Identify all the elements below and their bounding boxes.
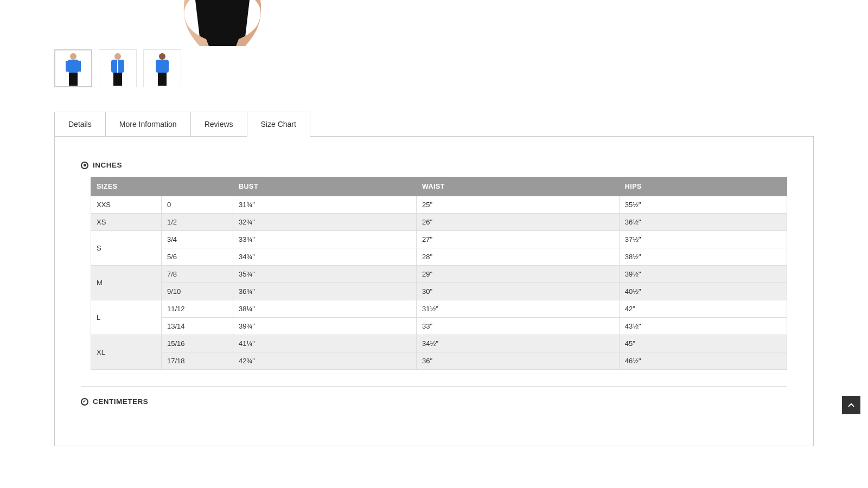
cell-bust: 38¼" [233, 300, 417, 318]
table-row: 17/1842¾"36"46½" [91, 352, 787, 370]
table-row: 13/1439¾"33"43½" [91, 318, 787, 335]
cell-waist: 34½" [416, 335, 619, 352]
back-to-top-button[interactable] [842, 396, 860, 414]
tab-more-information[interactable]: More Information [105, 112, 191, 137]
section-divider [81, 386, 787, 387]
cell-waist: 33" [416, 318, 619, 335]
size-label-cell: XXS [91, 196, 162, 214]
cell-waist: 28" [416, 248, 619, 266]
product-tabs: Details More Information Reviews Size Ch… [54, 112, 814, 137]
cell-waist: 25" [416, 196, 619, 214]
cell-bust: 31¾" [233, 196, 417, 214]
svg-rect-1 [68, 60, 79, 73]
cell-bust: 34¾" [233, 248, 417, 266]
cell-hips: 43½" [619, 318, 787, 335]
cell-bust: 35¾" [233, 266, 417, 283]
size-label-cell: XS [91, 214, 162, 231]
cell-num: 7/8 [162, 266, 233, 283]
col-bust: BUST [233, 177, 417, 196]
cell-waist: 26" [416, 214, 619, 231]
cell-hips: 36½" [619, 214, 787, 231]
cell-bust: 32¾" [233, 214, 417, 231]
svg-rect-2 [66, 61, 69, 72]
product-thumbnails [54, 49, 814, 87]
cell-hips: 35½" [619, 196, 787, 214]
cell-bust: 41¼" [233, 335, 417, 352]
table-header-row: SIZES BUST WAIST HIPS [91, 177, 787, 196]
cell-waist: 27" [416, 231, 619, 248]
size-label-cell: M [91, 266, 162, 300]
cell-hips: 38½" [619, 248, 787, 266]
size-label-cell: S [91, 231, 162, 266]
table-row: M7/835¾"29"39½" [91, 266, 787, 283]
cell-hips: 40½" [619, 283, 787, 300]
cell-hips: 45" [619, 335, 787, 352]
centimeters-section-toggle[interactable]: CENTIMETERS [81, 397, 787, 406]
tab-size-chart[interactable]: Size Chart [247, 112, 310, 137]
inches-label: INCHES [93, 161, 122, 169]
cell-num: 3/4 [162, 231, 233, 248]
col-waist: WAIST [416, 177, 619, 196]
cell-bust: 36¾" [233, 283, 417, 300]
collapse-icon [81, 162, 88, 169]
tab-reviews[interactable]: Reviews [190, 112, 247, 137]
cell-num: 13/14 [162, 318, 233, 335]
table-row: 5/634¾"28"38½" [91, 248, 787, 266]
table-row: XL15/1641¼"34½"45" [91, 335, 787, 352]
product-main-image [157, 0, 288, 46]
svg-point-9 [159, 53, 165, 60]
expand-check-icon [81, 398, 88, 406]
size-label-cell: L [91, 300, 162, 335]
cell-num: 1/2 [162, 214, 233, 231]
cell-waist: 29" [416, 266, 619, 283]
table-row: L11/1238¼"31½"42" [91, 300, 787, 318]
cell-hips: 37½" [619, 231, 787, 248]
cell-waist: 36" [416, 352, 619, 370]
cell-bust: 42¾" [233, 352, 417, 370]
cell-num: 5/6 [162, 248, 233, 266]
col-hips: HIPS [619, 177, 787, 196]
cell-num: 17/18 [162, 352, 233, 370]
thumbnail-3[interactable] [143, 49, 181, 87]
cell-hips: 39½" [619, 266, 787, 283]
tab-details[interactable]: Details [54, 112, 106, 137]
cell-num: 0 [162, 196, 233, 214]
size-chart-panel: INCHES SIZES BUST WAIST HIPS XXS031¾"25"… [54, 136, 814, 446]
thumbnail-1[interactable] [54, 49, 92, 87]
cell-num: 11/12 [162, 300, 233, 318]
cell-bust: 39¾" [233, 318, 417, 335]
table-row: 9/1036¾"30"40½" [91, 283, 787, 300]
svg-rect-4 [69, 73, 78, 86]
cell-hips: 46½" [619, 352, 787, 370]
size-label-cell: XL [91, 335, 162, 370]
table-row: XS1/232¾"26"36½" [91, 214, 787, 231]
table-row: XXS031¾"25"35½" [91, 196, 787, 214]
cell-hips: 42" [619, 300, 787, 318]
svg-point-0 [70, 53, 76, 60]
thumbnail-2[interactable] [99, 49, 137, 87]
cell-num: 15/16 [162, 335, 233, 352]
cell-waist: 30" [416, 283, 619, 300]
cell-num: 9/10 [162, 283, 233, 300]
inches-section-toggle[interactable]: INCHES [81, 161, 787, 169]
svg-rect-8 [113, 73, 122, 86]
svg-rect-3 [78, 61, 81, 72]
chevron-up-icon [846, 400, 856, 410]
centimeters-label: CENTIMETERS [93, 397, 148, 406]
col-sizes: SIZES [91, 177, 233, 196]
inches-size-table: SIZES BUST WAIST HIPS XXS031¾"25"35½"XS1… [91, 177, 787, 370]
table-row: S3/433¾"27"37½" [91, 231, 787, 248]
svg-rect-11 [158, 73, 167, 86]
svg-point-5 [114, 53, 121, 60]
cell-waist: 31½" [416, 300, 619, 318]
svg-rect-10 [156, 60, 169, 73]
cell-bust: 33¾" [233, 231, 417, 248]
